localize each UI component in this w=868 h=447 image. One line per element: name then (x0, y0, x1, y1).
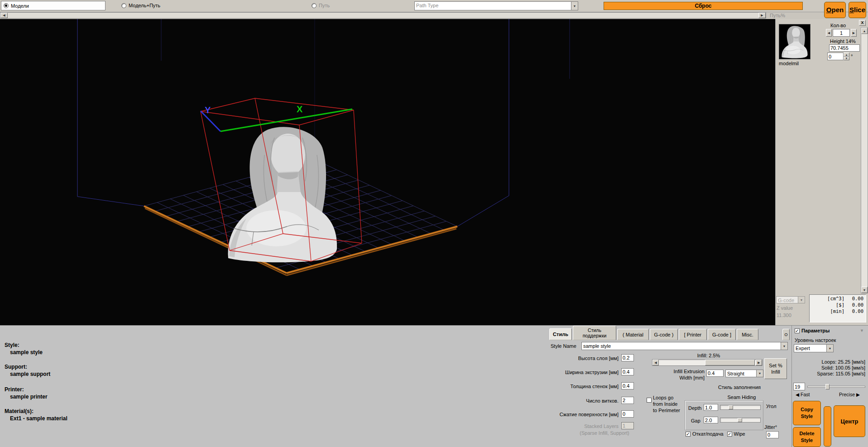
scene-3d: Y X (0, 19, 775, 325)
rotation-down-icon[interactable]: ▼ (844, 57, 849, 60)
top-toolbar: Модели Модель+Путь Путь Path Type ▼ Сбро… (0, 0, 868, 12)
style-name-dropdown[interactable]: sample style ▼ (581, 342, 788, 350)
seam-depth-slider-thumb[interactable] (729, 405, 733, 409)
z-value: 11.300 (777, 312, 791, 318)
summary-materials-value: Ext1 - sample material (10, 415, 67, 422)
delete-style-button[interactable]: Delete Style (793, 427, 821, 447)
tab-misc[interactable]: Misc. (737, 329, 758, 340)
retract-label: Откат/подача (692, 431, 724, 437)
wipe-label: Wipe (734, 431, 745, 437)
path-radio[interactable] (312, 3, 317, 8)
reset-button[interactable]: Сброс (604, 2, 803, 10)
quality-slider-thumb[interactable] (825, 384, 830, 389)
z-value-label: Z value (777, 305, 793, 311)
viewport-3d[interactable]: Y X (0, 19, 775, 325)
speed-solid: Solid: 100.05 [мм/s] (800, 365, 865, 371)
collapse-arrow-icon[interactable]: ▼ (860, 328, 864, 333)
retract-checkbox[interactable]: ✓ (686, 432, 691, 437)
y-axis-label: Y (205, 105, 211, 115)
infill-slider-left-icon[interactable]: ◀ (652, 360, 659, 365)
params-panel: ✓ Параметры ▼ Уровень настроек Expert ▼ … (791, 326, 868, 447)
slice-button[interactable]: Slice (849, 2, 866, 18)
tab-material[interactable]: ( Material (617, 329, 649, 340)
settings-level-label: Уровень настроек (795, 337, 836, 343)
stat-volume: [cm^3] 0.00 (810, 295, 866, 301)
center-button[interactable]: Центр (834, 405, 865, 437)
tab-printer[interactable]: [ Printer (679, 329, 707, 340)
loops-input[interactable] (621, 397, 634, 404)
model-thumbnail[interactable] (779, 24, 810, 59)
path-scrollbar-track[interactable] (8, 13, 758, 18)
tab-gcode-prefix[interactable]: G-code ) (650, 329, 678, 340)
surface-input[interactable] (621, 410, 634, 418)
path-type-dropdown[interactable]: Path Type ▼ (414, 1, 578, 10)
dropdown-arrow-icon[interactable]: ▼ (571, 2, 578, 10)
wall-thickness-label: Толщина стенок [мм] (547, 384, 619, 389)
infill-extrusion-input[interactable] (706, 370, 724, 377)
seam-gap-input[interactable] (704, 417, 718, 423)
tab-style[interactable]: Стиль (549, 328, 572, 340)
seam-gap-slider-thumb[interactable] (738, 418, 742, 422)
path-type-value: Path Type (415, 2, 571, 10)
path-scroll-left-icon[interactable]: ◀ (0, 13, 8, 18)
dropdown-arrow-icon[interactable]: ▼ (781, 342, 787, 350)
count-next-icon[interactable]: ▶ (851, 29, 857, 37)
quality-input[interactable] (793, 383, 805, 390)
infill-slider-right-icon[interactable]: ▶ (756, 360, 762, 365)
params-checkbox[interactable]: ✓ (795, 328, 800, 333)
panel-scroll-down-icon[interactable]: ▼ (861, 287, 868, 293)
seam-gap-slider[interactable] (720, 418, 761, 423)
model-close-button[interactable]: X (859, 20, 866, 26)
quality-slider[interactable] (807, 384, 865, 390)
seam-depth-input[interactable] (704, 404, 718, 411)
height-input[interactable] (829, 44, 860, 52)
infill-slider[interactable]: ◀ ▶ (652, 359, 762, 366)
style-name-value: sample style (582, 342, 781, 350)
check-icon: ✓ (686, 432, 690, 436)
copy-style-button[interactable]: Copy Style (793, 401, 821, 425)
model-name-label: modelmil (779, 61, 799, 66)
open-button[interactable]: Open (824, 2, 846, 18)
rotation-up-icon[interactable]: ▲ (844, 53, 849, 57)
layer-height-input[interactable] (621, 354, 634, 361)
infill-style-caption: Стиль заполнения (715, 385, 764, 390)
path-percent-label: Путь% (770, 13, 785, 18)
models-radio[interactable] (4, 3, 9, 8)
slicer-window: Модели Модель+Путь Путь Path Type ▼ Сбро… (0, 0, 868, 447)
count-prev-icon[interactable]: ◀ (826, 29, 832, 37)
tab-gcode-suffix[interactable]: G-code ] (708, 329, 736, 340)
extrusion-width-input[interactable] (621, 368, 634, 375)
infill-label: Infill: 2.5% (666, 353, 752, 358)
seam-depth-label: Depth (688, 405, 701, 411)
summary-style-value: sample style (10, 349, 43, 356)
models-radio-box[interactable]: Модели (1, 1, 106, 10)
path-scrollbar[interactable]: ◀ ▶ (0, 12, 766, 19)
style-name-label: Style Name (551, 343, 576, 349)
infill-style-dropdown[interactable]: Straight ▼ (725, 370, 763, 377)
panel-scrollbar[interactable]: ▲ ▼ (861, 27, 868, 293)
wipe-checkbox[interactable]: ✓ (727, 432, 732, 437)
dropdown-arrow-icon[interactable]: ▼ (756, 370, 763, 377)
height-label: Height 14% (830, 38, 856, 44)
count-input[interactable] (833, 29, 850, 37)
tab-support-style[interactable]: Стиль поддержки (573, 326, 616, 340)
path-scroll-right-icon[interactable]: ▶ (758, 13, 766, 18)
infill-slider-thumb[interactable] (705, 360, 755, 365)
seam-jitter-input[interactable] (766, 431, 779, 438)
panel-scroll-up-icon[interactable]: ▲ (861, 28, 868, 34)
infill-style-value: Straight (726, 370, 756, 377)
summary-printer-value: sample printer (10, 394, 48, 400)
rotation-input[interactable] (827, 53, 844, 60)
tab-extra[interactable]: О (782, 329, 790, 340)
vertical-strip-button[interactable] (824, 406, 831, 447)
settings-level-dropdown[interactable]: Expert ▼ (794, 344, 834, 352)
loops-direction-checkbox[interactable] (647, 398, 652, 403)
extrusion-width-label: Ширина экструзии [мм] (547, 370, 619, 375)
set-infill-button[interactable]: Set % Infill (764, 358, 787, 379)
seam-depth-slider[interactable] (720, 405, 761, 410)
wall-thickness-input[interactable] (621, 382, 634, 389)
model-path-radio[interactable] (121, 3, 126, 8)
dropdown-arrow-icon[interactable]: ▼ (826, 345, 833, 352)
seam-angle-label: Угол (766, 404, 777, 409)
summary-materials-label: Material(s): (5, 408, 34, 414)
